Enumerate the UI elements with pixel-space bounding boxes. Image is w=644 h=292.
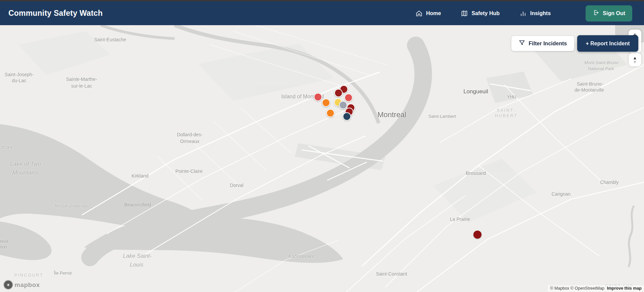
sign-out-label: Sign Out (603, 10, 625, 16)
incident-marker[interactable] (339, 101, 348, 109)
mapbox-logo[interactable]: ✶ mapbox (3, 280, 40, 290)
sign-out-button[interactable]: Sign Out (586, 5, 632, 21)
mapbox-logo-icon: ✶ (3, 280, 13, 290)
funnel-icon (519, 40, 525, 47)
bar-chart-icon (520, 10, 526, 17)
app-title: Community Safety Watch (8, 9, 103, 18)
nav-item-label: Insights (530, 10, 551, 16)
log-out-icon (593, 9, 599, 17)
attribution-text[interactable]: © Mapbox © OpenStreetMap (550, 286, 604, 291)
nav-item-home[interactable]: Home (416, 10, 441, 17)
nav-item-label: Safety Hub (471, 10, 500, 16)
nav-item-label: Home (426, 10, 441, 16)
report-incident-button[interactable]: + Report Incident (577, 35, 638, 52)
incident-marker[interactable] (326, 109, 335, 117)
map-markers-layer (0, 25, 644, 292)
main-nav: Home Safety Hub Insights Sign Out (416, 5, 632, 21)
incident-marker[interactable] (473, 231, 481, 239)
incident-marker[interactable] (343, 112, 351, 121)
mapbox-wordmark: mapbox (14, 281, 40, 289)
pitch-down-icon: ▼ (633, 60, 637, 64)
report-incident-label: + Report Incident (586, 41, 630, 47)
improve-map-link[interactable]: Improve this map (607, 286, 642, 291)
filter-incidents-label: Filter Incidents (529, 41, 567, 47)
map-icon (461, 10, 468, 17)
app-header: Community Safety Watch Home Safety Hub I… (0, 1, 644, 25)
map-container[interactable]: Saint-EustacheSaint-Joseph-du-LacSainte-… (0, 25, 644, 292)
nav-item-insights[interactable]: Insights (520, 10, 551, 17)
map-attribution: © Mapbox © OpenStreetMap Improve this ma… (548, 285, 644, 292)
map-pitch-control[interactable]: ▲ ▼ (629, 53, 641, 66)
incident-marker[interactable] (314, 93, 322, 101)
incident-marker[interactable] (344, 94, 353, 102)
filter-incidents-button[interactable]: Filter Incidents (511, 36, 574, 51)
nav-item-safety-hub[interactable]: Safety Hub (461, 10, 500, 17)
home-icon (416, 10, 422, 17)
incident-marker[interactable] (334, 89, 343, 97)
incident-marker[interactable] (322, 99, 330, 107)
